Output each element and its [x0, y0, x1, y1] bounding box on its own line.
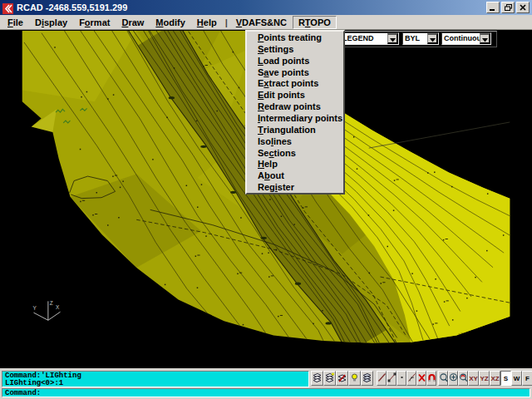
bottom-toolbar: XYYZXZSWF: [311, 371, 532, 386]
menu-bar: FileDisplayFormatDrawModifyHelp|VDAFS&NC…: [0, 15, 532, 30]
layer-set-icon: [337, 372, 347, 385]
snap-magnet-icon: [427, 372, 436, 384]
linetype-combo[interactable]: Continuous: [441, 32, 491, 45]
zoom-tools-group: [438, 371, 468, 386]
command-history[interactable]: Command:'LIGhting LIGhting<0>:1: [2, 371, 309, 387]
menu-item-modify[interactable]: Modify: [150, 16, 190, 29]
menu-item-rtopo[interactable]: RTOPO: [293, 16, 337, 29]
lightbulb-button[interactable]: [348, 371, 361, 386]
menu-separator: |: [223, 16, 230, 29]
combo-arrow-icon: [390, 32, 396, 45]
zoom-window-button[interactable]: [448, 371, 458, 386]
rtopo-menu-item-register[interactable]: Register: [247, 181, 343, 193]
close-icon: [520, 4, 526, 11]
rtopo-menu-item-extract-points[interactable]: Extract points: [247, 77, 343, 89]
line-icon: [377, 372, 387, 384]
layer-combo-value: LEGEND: [341, 33, 387, 44]
zoom-realtime-icon: [439, 372, 448, 384]
layer-tools-group: [311, 371, 373, 386]
ucs-x-label: X: [56, 304, 60, 310]
linetype-combo-value: Continuous: [442, 33, 480, 44]
command-history-line: LIGhting<0>:1: [5, 380, 306, 387]
titlebar: RCAD -2468.559,5191.299: [0, 0, 532, 15]
layers-freeze-button[interactable]: [361, 371, 373, 386]
point-button[interactable]: [397, 371, 406, 386]
rtopo-menu-item-triangulation[interactable]: Triangulation: [247, 124, 343, 135]
erase-button[interactable]: [416, 371, 426, 386]
menu-item-vdafs-nc[interactable]: VDAFS&NC: [230, 16, 293, 29]
line-angle-icon: [407, 372, 416, 384]
layers-freeze-icon: [362, 372, 372, 385]
line-endpoints-icon: [387, 372, 397, 384]
rtopo-menu-item-intermediary-points[interactable]: Intermediary points: [247, 112, 343, 124]
view-s-button[interactable]: S: [500, 371, 511, 386]
menu-item-display[interactable]: Display: [29, 16, 73, 29]
layer-set-button[interactable]: [336, 371, 348, 386]
menu-item-draw[interactable]: Draw: [116, 16, 150, 29]
zoom-previous-icon: [459, 372, 468, 384]
combo-arrow-icon: [430, 32, 436, 45]
rtopo-menu-item-about[interactable]: About: [247, 170, 343, 181]
rtopo-menu-item-edit-points[interactable]: Edit points: [247, 89, 343, 101]
close-button[interactable]: [516, 2, 530, 13]
rtopo-menu-item-settings[interactable]: Settings: [247, 43, 343, 55]
layer-combo[interactable]: LEGEND: [340, 32, 399, 45]
color-combo-value: BYL: [403, 33, 427, 44]
zoom-previous-button[interactable]: [458, 371, 468, 386]
rtopo-menu-item-isolines[interactable]: Isolines: [247, 135, 343, 147]
status-bar: Command:'LIGhting LIGhting<0>:1 XYYZXZSW…: [0, 368, 532, 399]
minimize-icon: [490, 5, 496, 11]
view-w-button[interactable]: W: [511, 371, 522, 386]
view-yz-button[interactable]: YZ: [479, 371, 490, 386]
layers-button[interactable]: [311, 371, 323, 386]
rtopo-menu-item-help[interactable]: Help: [247, 158, 343, 170]
restore-button[interactable]: [501, 2, 515, 13]
menu-item-file[interactable]: File: [2, 16, 29, 29]
window-title: RCAD -2468.559,5191.299: [17, 2, 486, 12]
view-plane-tools-group: XYYZXZSWF: [468, 371, 532, 386]
rtopo-menu-item-points-treating[interactable]: Points treating: [247, 32, 343, 43]
rtopo-menu-item-redraw-points[interactable]: Redraw points: [247, 101, 343, 112]
lightbulb-icon: [349, 372, 360, 385]
layer-combo-arrow[interactable]: [387, 33, 398, 44]
layers-on-icon: [324, 372, 335, 385]
rcad-logo-icon: [2, 2, 13, 13]
combo-arrow-icon: [482, 32, 488, 45]
view-xz-button[interactable]: XZ: [490, 371, 500, 386]
rtopo-menu-item-load-points[interactable]: Load points: [247, 55, 343, 66]
rtopo-menu: Points treatingSettingsLoad pointsSave p…: [245, 30, 345, 195]
point-icon: [397, 372, 406, 384]
line-angle-button[interactable]: [406, 371, 416, 386]
zoom-realtime-button[interactable]: [438, 371, 448, 386]
color-combo-arrow[interactable]: [427, 33, 438, 44]
layers-icon: [312, 372, 323, 385]
menu-item-format[interactable]: Format: [73, 16, 116, 29]
ucs-y-label: Y: [33, 305, 37, 311]
rtopo-menu-item-save-points[interactable]: Save points: [247, 66, 343, 78]
menu-item-help[interactable]: Help: [191, 16, 223, 29]
line-button[interactable]: [377, 371, 387, 386]
minimize-button[interactable]: [486, 2, 500, 13]
layers-on-button[interactable]: [323, 371, 336, 386]
draw-snap-tools-group: [377, 371, 436, 386]
rtopo-menu-item-sections[interactable]: Sections: [247, 147, 343, 159]
view-xy-button[interactable]: XY: [468, 371, 479, 386]
restore-icon: [505, 4, 512, 11]
view-f-button[interactable]: F: [522, 371, 532, 386]
snap-magnet-button[interactable]: [426, 371, 436, 386]
command-prompt[interactable]: Command:: [2, 388, 530, 397]
line-endpoints-button[interactable]: [387, 371, 397, 386]
ucs-z-label: Z: [50, 300, 53, 306]
linetype-combo-arrow[interactable]: [480, 33, 490, 44]
zoom-window-icon: [449, 372, 458, 384]
erase-icon: [417, 372, 426, 384]
rcad-window: RCAD -2468.559,5191.299 FileDisplayForma…: [0, 0, 532, 399]
color-combo[interactable]: BYL: [402, 32, 439, 45]
